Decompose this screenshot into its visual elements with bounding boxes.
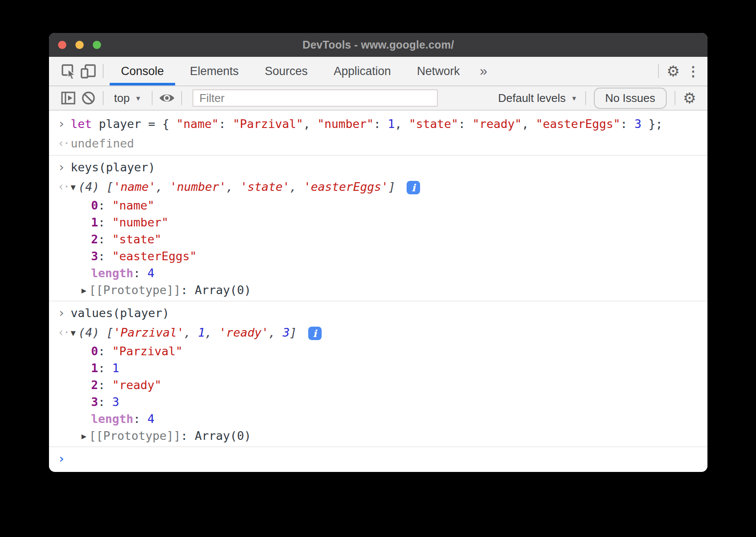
tab-elements[interactable]: Elements bbox=[177, 57, 252, 85]
token: let bbox=[71, 117, 92, 131]
token: 4 bbox=[147, 266, 154, 280]
console-prompt-icon: › bbox=[58, 451, 71, 467]
expand-toggle-icon[interactable]: ▶ bbox=[81, 282, 86, 298]
divider bbox=[658, 64, 659, 78]
input-prompt-icon: › bbox=[58, 305, 71, 321]
expand-toggle-icon[interactable]: ▶ bbox=[81, 428, 86, 444]
console-row-prompt[interactable]: › bbox=[49, 446, 707, 467]
console-row-input: ›let player = { "name": "Parzival", "num… bbox=[49, 114, 707, 134]
divider bbox=[181, 91, 182, 105]
console-row-content: length: 4 bbox=[91, 411, 699, 427]
live-expression-eye-icon[interactable] bbox=[157, 86, 177, 110]
console-sidebar-icon[interactable] bbox=[59, 86, 78, 110]
token: [ bbox=[106, 326, 113, 339]
console-row-content: ▼(4) ['Parzival', 1, 'ready', 3] i bbox=[71, 324, 699, 341]
divider bbox=[103, 91, 104, 105]
divider bbox=[675, 91, 675, 105]
token: 'state' bbox=[240, 180, 290, 193]
settings-gear-icon[interactable]: ⚙ bbox=[667, 64, 680, 79]
info-icon[interactable]: i bbox=[308, 327, 322, 340]
token: length bbox=[91, 412, 134, 426]
token: "state" bbox=[112, 232, 162, 246]
token: length bbox=[91, 266, 134, 280]
info-icon[interactable]: i bbox=[407, 181, 420, 194]
divider bbox=[152, 91, 153, 105]
result-arrow-icon: ‹· bbox=[58, 135, 71, 151]
result-arrow-icon: ‹· bbox=[58, 179, 71, 195]
token: 2 bbox=[91, 378, 98, 392]
token: ] bbox=[290, 326, 304, 339]
token: keys(player) bbox=[71, 160, 155, 174]
context-selector[interactable]: top ▼ bbox=[108, 92, 147, 105]
log-levels-selector[interactable]: Default levels ▼ bbox=[498, 92, 577, 105]
token: : bbox=[98, 344, 112, 358]
token: 2 bbox=[91, 232, 98, 246]
token: : bbox=[98, 232, 112, 246]
token: undefined bbox=[71, 137, 134, 150]
token: 1 bbox=[198, 326, 205, 339]
token: : bbox=[98, 199, 112, 212]
result-arrow-icon: ‹· bbox=[58, 324, 71, 341]
token: "state" bbox=[409, 117, 458, 131]
more-options-icon[interactable]: ⋮ bbox=[687, 65, 700, 78]
token: 3 bbox=[91, 249, 98, 263]
tab-sources[interactable]: Sources bbox=[252, 57, 321, 85]
console-row-content: 1: "number" bbox=[91, 214, 699, 230]
log-levels-label: Default levels bbox=[498, 92, 566, 105]
token: 1 bbox=[91, 361, 98, 375]
token: 0 bbox=[91, 199, 98, 212]
token: , bbox=[395, 117, 409, 131]
filter-input[interactable] bbox=[192, 89, 438, 107]
console-row-content: 0: "Parzival" bbox=[91, 343, 699, 359]
more-tabs-icon[interactable]: » bbox=[473, 63, 494, 79]
console-row-item: 2: "ready" bbox=[49, 377, 707, 393]
console-row-result: ‹·undefined bbox=[49, 134, 707, 153]
titlebar: DevTools - www.google.com/ bbox=[49, 33, 707, 57]
expand-toggle-icon[interactable]: ▼ bbox=[71, 179, 75, 195]
console-row-content: 0: "name" bbox=[91, 197, 699, 213]
token: Array(0) bbox=[195, 283, 251, 297]
token: "easterEggs" bbox=[536, 117, 620, 131]
tab-network[interactable]: Network bbox=[404, 57, 473, 85]
console-row-item: 1: 1 bbox=[49, 360, 707, 377]
token: 'number' bbox=[170, 180, 226, 193]
console-row-input: ›keys(player) bbox=[49, 155, 707, 177]
inspect-element-icon[interactable] bbox=[59, 57, 78, 85]
token: 1 bbox=[388, 117, 395, 131]
token: 'name' bbox=[114, 180, 156, 193]
token: : bbox=[98, 216, 112, 229]
token: "name" bbox=[112, 199, 155, 212]
console-settings-gear-icon[interactable]: ⚙ bbox=[683, 91, 696, 105]
window-title: DevTools - www.google.com/ bbox=[49, 39, 707, 51]
tab-console[interactable]: Console bbox=[108, 57, 177, 85]
chevron-down-icon: ▼ bbox=[135, 95, 141, 102]
no-issues-button[interactable]: No Issues bbox=[594, 88, 667, 109]
console-toolbar: top ▼ Default levels ▼ No Issues ⚙ bbox=[49, 86, 707, 111]
token: 3 bbox=[91, 395, 98, 409]
console-row-content: length: 4 bbox=[91, 265, 699, 281]
clear-console-icon[interactable] bbox=[78, 86, 98, 110]
token: values(player) bbox=[71, 306, 169, 320]
console-log: ›let player = { "name": "Parzival", "num… bbox=[49, 111, 707, 467]
console-row-proto: ▶[[Prototype]]: Array(0) bbox=[49, 282, 707, 299]
token: [ bbox=[106, 180, 113, 193]
tab-application[interactable]: Application bbox=[321, 57, 404, 85]
console-row-item: 3: "easterEggs" bbox=[49, 248, 707, 265]
console-row-content: let player = { "name": "Parzival", "numb… bbox=[71, 116, 699, 132]
console-row-content: 2: "ready" bbox=[91, 377, 699, 393]
console-row-item: 1: "number" bbox=[49, 214, 707, 231]
input-prompt-icon: › bbox=[58, 116, 71, 132]
token: : bbox=[181, 283, 195, 297]
device-toolbar-icon[interactable] bbox=[78, 57, 98, 85]
console-row-content: 2: "state" bbox=[91, 231, 699, 247]
console-row-result: ‹·▼(4) ['Parzival', 1, 'ready', 3] i bbox=[49, 323, 707, 343]
token: , bbox=[184, 326, 198, 339]
expand-toggle-icon[interactable]: ▼ bbox=[71, 325, 75, 341]
console-row-content: ▶[[Prototype]]: Array(0) bbox=[81, 282, 699, 298]
token: , bbox=[268, 326, 283, 339]
token: , bbox=[290, 180, 304, 193]
chevron-down-icon: ▼ bbox=[571, 95, 577, 102]
token: : bbox=[134, 266, 148, 280]
console-row-content: values(player) bbox=[71, 305, 699, 321]
token: "number" bbox=[317, 117, 374, 131]
